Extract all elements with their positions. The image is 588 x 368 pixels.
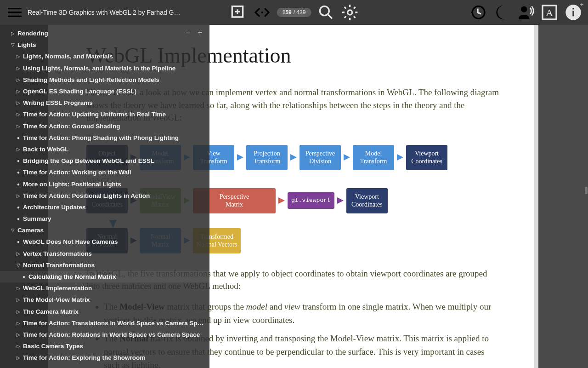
toc-glyph-icon: ▷ — [14, 193, 23, 198]
toc-label: Time for Action: Translations in World S… — [23, 320, 206, 327]
history-icon[interactable] — [469, 3, 487, 22]
toc-glyph-icon: ▷ — [14, 89, 23, 94]
toc-glyph-icon: ● — [14, 216, 23, 221]
code-icon[interactable] — [253, 3, 271, 22]
toc-item[interactable]: ▽Normal Transformations — [0, 259, 209, 271]
toc-item[interactable]: ▷The Camera Matrix — [0, 306, 209, 317]
font-icon[interactable]: A — [540, 3, 559, 22]
toc-item[interactable]: ▷OpenGL ES Shading Language (ESSL) — [0, 86, 209, 97]
toc-item[interactable]: ▷Shading Methods and Light-Reflection Mo… — [0, 74, 209, 86]
toc-item[interactable]: ▷Time for Action: Exploring the Showroom — [0, 352, 209, 363]
toc-label: Cameras — [17, 227, 44, 234]
svg-point-1 — [320, 6, 329, 16]
toc-item[interactable]: ▷Back to WebGL — [0, 144, 209, 155]
arrow-right-icon — [237, 154, 243, 161]
toc-item[interactable]: ▷Time for Action: Updating Uniforms in R… — [0, 109, 209, 120]
toc-item[interactable]: ●More on Lights: Positional Lights — [0, 178, 209, 190]
toc-label: Calculating the Normal Matrix — [28, 273, 116, 280]
menu-icon[interactable] — [6, 3, 24, 22]
sidebar-collapse-expand[interactable]: – + — [186, 29, 205, 37]
toc-glyph-icon: ▷ — [14, 77, 23, 82]
settings-gear-icon[interactable] — [340, 3, 359, 22]
scrollbar-thumb[interactable] — [585, 187, 588, 194]
search-icon[interactable] — [317, 3, 335, 22]
toc-item[interactable]: ●Bridging the Gap Between WebGL and ESSL — [0, 155, 209, 167]
toc-item[interactable]: ▷Rendering — [0, 28, 209, 39]
toc-glyph-icon: ▷ — [14, 355, 23, 360]
toc-item[interactable]: ●Time for Action: Phong Shading with Pho… — [0, 132, 209, 144]
toc-glyph-icon: ▷ — [14, 66, 23, 71]
page-counter[interactable]: 159 / 439 — [277, 8, 311, 17]
toc-label: WebGL Does Not Have Cameras — [23, 238, 118, 245]
toc-item[interactable]: ▷Vertex Transformations — [0, 248, 209, 259]
toc-item[interactable]: ▷Lights, Normals, and Materials — [0, 51, 209, 62]
topbar: Real-Time 3D Graphics with WebGL 2 by Fa… — [0, 0, 588, 25]
toc-label: Normal Transformations — [23, 262, 95, 269]
toc-label: WebGL Implementation — [23, 285, 92, 292]
toc-label: Lights, Normals, and Materials — [23, 53, 113, 60]
add-box-icon[interactable] — [229, 3, 248, 22]
diagram-box: gl.viewport — [288, 192, 334, 209]
svg-point-2 — [347, 10, 352, 15]
toc-glyph-icon: ● — [14, 182, 23, 187]
diagram-box: ModelTransform — [353, 145, 394, 170]
diagram-box: PerspectiveDivision — [300, 145, 341, 170]
toc-item[interactable]: ▽Lights — [0, 39, 209, 51]
toc-label: Rendering — [17, 30, 48, 37]
toc-item[interactable]: ▽Cameras — [0, 224, 209, 236]
toc-label: Writing ESSL Programs — [23, 99, 93, 106]
toc-label: Shading Methods and Light-Reflection Mod… — [23, 76, 159, 83]
toc-item[interactable]: ●Summary — [0, 213, 209, 224]
arrow-right-icon — [397, 154, 403, 161]
toc-label: Back to WebGL — [23, 146, 69, 153]
toc-item[interactable]: ▷Time for Action: Goraud Shading — [0, 121, 209, 132]
toc-glyph-icon: ▷ — [14, 297, 23, 302]
toc-item[interactable]: ▷WebGL Implementation — [0, 282, 209, 294]
toc-label: Time for Action: Working on the Wall — [23, 169, 131, 176]
arrow-right-icon — [278, 197, 285, 204]
arrow-right-icon — [337, 197, 344, 204]
toc-glyph-icon: ● — [14, 170, 23, 175]
toc-sidebar[interactable]: – + ▷Rendering▽Lights▷Lights, Normals, a… — [0, 25, 209, 368]
toc-label: Time for Action: Positional Lights in Ac… — [23, 192, 150, 199]
toc-glyph-icon: ▷ — [14, 321, 23, 326]
toc-label: Architecture Updates — [23, 204, 86, 211]
toc-label: Vertex Transformations — [23, 250, 92, 257]
window-controls[interactable]: – + — [571, 1, 585, 8]
toc-glyph-icon: ▽ — [8, 228, 17, 233]
toc-item[interactable]: ▷Using Lights, Normals, and Materials in… — [0, 63, 209, 74]
toc-label: The Camera Matrix — [23, 308, 79, 315]
toc-label: The Model-View Matrix — [23, 296, 90, 303]
toc-item[interactable]: ●WebGL Does Not Have Cameras — [0, 236, 209, 247]
doc-title: Real-Time 3D Graphics with WebGL 2 by Fa… — [28, 9, 184, 16]
toc-label: Summary — [23, 215, 51, 222]
toc-item[interactable]: ▷Basic Camera Types — [0, 340, 209, 352]
toc-glyph-icon: ▷ — [14, 100, 23, 105]
svg-text:A: A — [546, 7, 553, 18]
toc-item[interactable]: ●Architecture Updates — [0, 201, 209, 213]
toc-label: Bridging the Gap Between WebGL and ESSL — [23, 157, 154, 164]
toc-item[interactable]: ▷Time for Action: Translations in World … — [0, 317, 209, 329]
page-total: / 439 — [294, 9, 306, 16]
toc-label: Time for Action: Phong Shading with Phon… — [23, 134, 179, 141]
toc-label: Time for Action: Rotations in World Spac… — [23, 331, 200, 338]
toc-glyph-icon: ▷ — [14, 286, 23, 291]
svg-rect-7 — [572, 11, 574, 17]
toc-glyph-icon: ▽ — [8, 42, 17, 47]
page-current: 159 — [283, 9, 292, 16]
toc-item[interactable]: ▷The Model-View Matrix — [0, 294, 209, 305]
toc-glyph-icon: ● — [19, 274, 28, 279]
toc-item[interactable]: ▷Time for Action: Positional Lights in A… — [0, 190, 209, 201]
tts-icon[interactable] — [516, 3, 535, 22]
toc-item[interactable]: ●Time for Action: Working on the Wall — [0, 167, 209, 178]
svg-point-3 — [521, 6, 527, 12]
toc-item[interactable]: ●Calculating the Normal Matrix — [0, 271, 209, 282]
toc-item[interactable]: ▷Time for Action: Rotations in World Spa… — [0, 329, 209, 340]
toc-label: More on Lights: Positional Lights — [23, 181, 121, 188]
toc-item[interactable]: ▷Writing ESSL Programs — [0, 97, 209, 109]
toc-label: OpenGL ES Shading Language (ESSL) — [23, 88, 136, 95]
toc-glyph-icon: ● — [14, 158, 23, 163]
night-mode-icon[interactable] — [492, 3, 511, 22]
toc-glyph-icon: ▷ — [14, 54, 23, 59]
toc-glyph-icon: ● — [14, 239, 23, 244]
